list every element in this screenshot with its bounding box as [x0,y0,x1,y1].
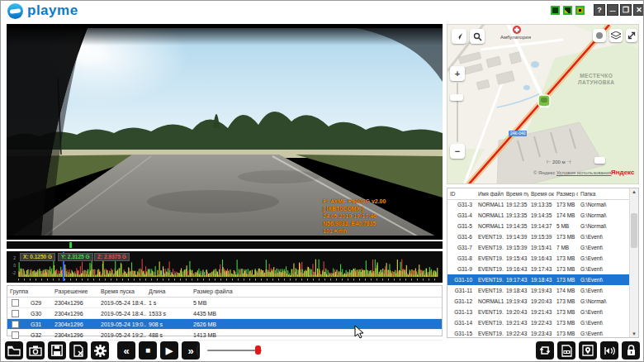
layout-mode-2-button[interactable] [563,6,572,15]
car-position-marker [538,95,550,108]
video-stamp-overlay: PLAYME P600SG v2.00[ IXBT0COMX ]24.05.20… [323,198,386,235]
volume-slider[interactable] [207,350,262,351]
group-checkbox[interactable] [12,331,19,339]
recording-groups-table: Группа Разрешение Время пуска Длина Разм… [7,285,443,336]
snapshot-camera-button[interactable] [26,341,45,360]
file-table-header: ID Имя файла Время пу... Время ок... Раз… [447,188,629,200]
scroll-up-icon[interactable]: ▲ [630,189,638,194]
geolocate-button[interactable] [452,29,466,44]
playback-position-marker[interactable] [69,242,72,248]
file-row-G31-6[interactable]: G31-6EVENT19...19:14:3919:15:39173 MBG:\… [447,231,629,242]
group-row-G32[interactable]: G322304x12962019-05-24 19:2...488 s1413 … [7,330,442,341]
group-checkbox[interactable] [12,321,19,328]
map-track-button[interactable] [579,341,597,360]
file-row-G31-15[interactable]: G31-15EVENT19...19:22:4319:23:43173 MBG:… [447,328,629,339]
file-row-G31-3[interactable]: G31-3NORMAL1...19:12:3519:13:35173 MBG:\… [447,199,629,210]
mouse-cursor [354,325,365,339]
layout-mode-buttons [551,6,585,15]
gsensor-y-value: Y: 2.3125 G [58,253,93,261]
loop-repeat-button[interactable] [536,341,554,360]
file-list-table: ID Имя файла Время пу... Время ок... Раз… [447,188,639,338]
col-start-time: Время пуска [98,288,146,294]
col-filename: Имя файла [476,191,504,197]
speaker-icon: ( [196,343,200,356]
map-fullscreen-button[interactable] [626,29,637,42]
yandex-logo[interactable]: Яндекс [611,169,634,176]
yandex-map[interactable]: Амбулатория МЕСТЕЧКОЛАТУНОВКА 24К-040 + … [447,24,639,184]
place-label: МЕСТЕЧКОЛАТУНОВКА [578,73,615,86]
map-search-button[interactable] [470,29,485,44]
file-row-G31-10[interactable]: G31-10EVENT19...19:17:4319:18:43173 MBG:… [447,274,629,285]
file-row-G31-7[interactable]: G31-7EVENT19...19:15:3919:15:417 MBG:\Ev… [447,242,629,253]
file-row-G31-4[interactable]: G31-4NORMAL1...19:13:3519:14:35174 MBG:\… [447,210,629,221]
rewind-button[interactable]: « [117,341,135,360]
col-time-end: Время ок... [528,191,554,197]
video-player: PLAYME P600SG v2.00[ IXBT0COMX ]24.05.20… [7,24,443,240]
file-table-scrollbar[interactable]: ▲ ▼ [629,188,638,337]
help-button[interactable]: ? [594,4,605,16]
group-checkbox[interactable] [12,299,19,307]
col-folder: Папка [578,191,629,197]
map-copyright: © Яндекс Условия использования [533,170,612,175]
group-checkbox[interactable] [12,310,19,317]
map-zoom-handle[interactable] [450,94,463,101]
file-row-G31-8[interactable]: G31-8EVENT19...19:15:4319:16:43173 MBG:\… [447,253,629,264]
file-row-G31-14[interactable]: G31-14EVENT19...19:21:4319:22:43173 MBG:… [447,317,629,328]
playback-progress-bar[interactable] [7,241,443,249]
col-time-start: Время пу... [504,191,528,197]
gsensor-graph[interactable]: 20-2 X: 0.1250 G Y: 2.3125 G Z: 2.9375 G [7,251,443,283]
map-zoom-out-button[interactable]: − [450,144,465,159]
close-button[interactable]: ✕ [633,4,644,16]
scroll-down-icon[interactable]: ▼ [630,331,638,336]
groups-table-header: Группа Разрешение Время пуска Длина Разм… [7,286,442,298]
map-ruler-button[interactable] [594,157,605,164]
file-row-G31-11[interactable]: G31-11EVENT19...19:18:4319:19:43174 MBG:… [447,285,629,296]
volume-knob[interactable] [255,345,261,355]
map-canvas [447,25,639,184]
group-row-G31[interactable]: G312304x12962019-05-24 19:0...908 s2626 … [7,319,442,330]
window-controls: ? — ❐ ✕ [594,4,644,16]
file-row-G31-5[interactable]: G31-5NORMAL1...19:14:3519:14:375 MBG:\No… [447,221,629,231]
map-scale: ⊢ 200 м ⊣ [547,159,571,164]
file-row-G31-12[interactable]: G31-12NORMAL1...19:19:4319:20:43173 MBG:… [447,296,629,307]
open-folder-button[interactable] [5,341,23,360]
file-row-G31-9[interactable]: G31-9EVENT19...19:16:4319:17:43173 MBG:\… [447,264,629,274]
settings-gear-button[interactable] [91,341,109,360]
group-row-G29[interactable]: G292304x12962019-05-24 18:4...1 s5 MB [7,298,442,308]
maximize-button[interactable]: ❐ [620,4,632,16]
playme-logo-text: playme [27,2,78,19]
save-button[interactable] [48,341,66,360]
col-size: Размер ф... [554,191,578,197]
layout-mode-3-button[interactable] [575,6,585,15]
col-group: Группа [7,288,52,294]
map-zoom-slider[interactable] [457,83,458,142]
gsensor-z-value: Z: 2.9375 G [94,253,130,261]
lock-file-button[interactable] [622,341,640,360]
gsensor-x-value: X: 0.1250 G [20,253,55,261]
file-row-G31-13[interactable]: G31-13EVENT19...19:20:4319:21:43173 MBG:… [447,307,629,317]
poi-label: Амбулатория [500,35,531,40]
col-length: Длина [146,288,191,294]
map-layers-button[interactable] [609,29,623,42]
group-row-G30[interactable]: G302304x12962019-05-24 18:4...1533 s4435… [7,308,442,319]
map-zoom-in-button[interactable]: + [450,66,465,81]
delete-file-button[interactable] [69,341,88,360]
ambulatory-poi-pin [513,26,521,34]
layout-mode-1-button[interactable] [551,6,560,15]
col-resolution: Разрешение [52,288,98,294]
playme-app-window: playme ? — ❐ ✕ [0,0,644,362]
terms-link[interactable]: Условия использования [556,170,612,175]
left-table-body: G292304x12962019-05-24 18:4...1 s5 MBG30… [7,298,442,341]
minimize-button[interactable]: — [607,4,618,16]
play-button[interactable]: ▶ [160,341,178,360]
export-video-file-button[interactable] [557,341,575,360]
road-number-label: 24К-040 [509,131,527,136]
stop-button[interactable]: ■ [139,341,157,360]
gsensor-audio-button[interactable] [600,341,618,360]
playme-logo: playme [7,2,78,19]
col-id: ID [447,191,476,197]
scroll-thumb[interactable] [631,213,637,248]
header: playme ? — ❐ ✕ [1,1,644,22]
right-table-body: G31-3NORMAL1...19:12:3519:13:35173 MBG:\… [447,199,629,337]
panorama-button[interactable] [593,29,606,42]
